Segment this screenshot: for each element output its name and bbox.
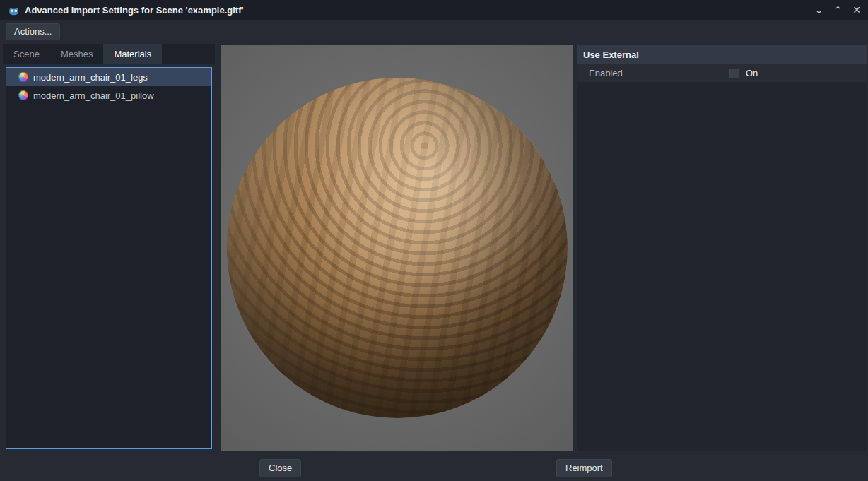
property-row-enabled: Enabled On xyxy=(577,64,867,82)
window-controls: ⌄ ⌃ ✕ xyxy=(815,0,861,20)
reimport-button[interactable]: Reimport xyxy=(556,459,612,477)
tab-meshes[interactable]: Meshes xyxy=(50,44,104,64)
property-label: Enabled xyxy=(589,68,729,78)
tab-scene[interactable]: Scene xyxy=(3,44,50,64)
titlebar[interactable]: Advanced Import Settings for Scene 'exam… xyxy=(0,0,868,20)
actions-button[interactable]: Actions... xyxy=(6,23,60,40)
enabled-checkbox[interactable] xyxy=(729,69,739,78)
checkbox-label: On xyxy=(746,68,758,78)
window-title: Advanced Import Settings for Scene 'exam… xyxy=(25,5,244,16)
advanced-import-settings-dialog: Advanced Import Settings for Scene 'exam… xyxy=(0,0,868,481)
godot-logo-icon xyxy=(8,4,20,16)
list-item-material-pillow[interactable]: modern_arm_chair_01_pillow xyxy=(6,86,211,105)
window-expand-icon[interactable]: ⌃ xyxy=(834,0,843,20)
material-sphere-icon xyxy=(18,72,28,82)
tab-bar: Scene Meshes Materials xyxy=(3,44,215,64)
close-button[interactable]: Close xyxy=(259,459,301,477)
wood-material-preview-sphere xyxy=(227,78,568,418)
section-use-external[interactable]: Use External xyxy=(577,45,867,64)
menubar: Actions... xyxy=(0,20,868,43)
material-sphere-icon xyxy=(18,90,28,100)
tab-materials[interactable]: Materials xyxy=(103,44,162,64)
inspector-panel: Use External Enabled On xyxy=(577,45,867,451)
material-preview-viewport[interactable] xyxy=(221,45,573,451)
list-item-label: modern_arm_chair_01_legs xyxy=(33,72,148,83)
window-close-icon[interactable]: ✕ xyxy=(852,0,861,20)
list-item-label: modern_arm_chair_01_pillow xyxy=(33,90,154,101)
list-item-material-legs[interactable]: modern_arm_chair_01_legs xyxy=(6,68,211,86)
material-list: modern_arm_chair_01_legs modern_arm_chai… xyxy=(6,67,212,449)
window-shrink-icon[interactable]: ⌄ xyxy=(815,0,823,20)
